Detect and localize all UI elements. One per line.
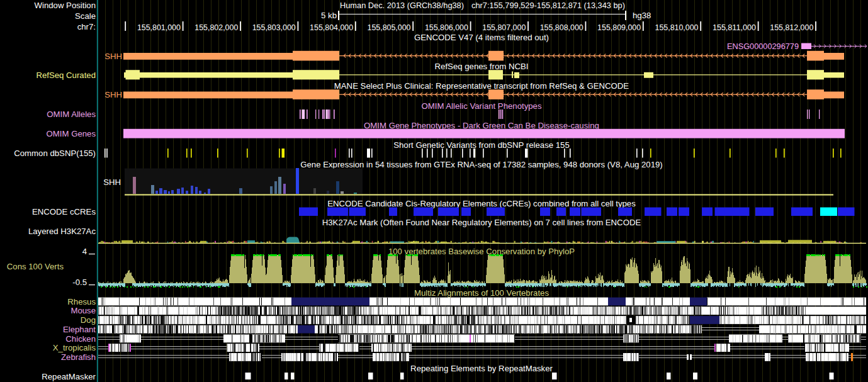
svg-text:RefSeq Curated: RefSeq Curated (36, 70, 96, 80)
svg-text:Chicken: Chicken (65, 334, 96, 344)
svg-text:Cons 100 Verts: Cons 100 Verts (7, 262, 64, 271)
svg-text:SHH: SHH (104, 90, 122, 99)
svg-text:155,812,000: 155,812,000 (770, 23, 813, 32)
svg-text:155,802,000: 155,802,000 (194, 23, 238, 32)
svg-text:155,803,000: 155,803,000 (252, 23, 296, 32)
svg-text:Zebrafish: Zebrafish (61, 352, 96, 362)
svg-text:OMIM Allelic Variant Phenotype: OMIM Allelic Variant Phenotypes (421, 101, 541, 111)
svg-text:ENCODE cCREs: ENCODE cCREs (32, 207, 96, 216)
svg-text:H3K27Ac Mark (Often Found Near: H3K27Ac Mark (Often Found Near Regulator… (322, 218, 641, 227)
svg-text:OMIM Gene Phenotypes - Dark Gr: OMIM Gene Phenotypes - Dark Green Can Be… (364, 121, 599, 130)
svg-text:chr7:: chr7: (77, 22, 96, 31)
svg-text:Gene Expression in 54 tissues: Gene Expression in 54 tissues from GTEx … (300, 160, 662, 169)
svg-text:155,810,000: 155,810,000 (655, 23, 699, 32)
svg-text:OMIM Genes: OMIM Genes (47, 129, 96, 138)
svg-text:SHH: SHH (104, 52, 122, 61)
svg-text:X_tropicalis: X_tropicalis (53, 343, 96, 352)
svg-text:Scale: Scale (75, 11, 96, 21)
svg-text:MANE Select Plus Clinical: Rep: MANE Select Plus Clinical: Representativ… (334, 81, 629, 91)
svg-text:5 kb: 5 kb (321, 11, 337, 20)
svg-text:Repeating Elements by RepeatMa: Repeating Elements by RepeatMasker (410, 364, 553, 373)
svg-text:155,804,000: 155,804,000 (310, 23, 353, 32)
svg-text:Elephant: Elephant (63, 325, 96, 334)
svg-text:Layered H3K27Ac: Layered H3K27Ac (28, 227, 96, 236)
svg-text:hg38: hg38 (633, 11, 651, 20)
svg-text:OMIM Alleles: OMIM Alleles (47, 110, 96, 119)
svg-text:ENSG00000296779: ENSG00000296779 (727, 42, 799, 51)
svg-text:ENCODE Candidate Cis-Regulator: ENCODE Candidate Cis-Regulatory Elements… (327, 199, 636, 208)
svg-text:RepeatMasker: RepeatMasker (42, 372, 96, 381)
svg-text:Window Position: Window Position (35, 1, 96, 10)
svg-text:GENCODE V47 (4 items filtered: GENCODE V47 (4 items filtered out) (414, 33, 549, 42)
svg-text:155,805,000: 155,805,000 (368, 23, 411, 32)
svg-text:4: 4 (82, 247, 87, 256)
svg-text:SHH: SHH (103, 177, 121, 187)
svg-text:155,806,000: 155,806,000 (425, 23, 468, 32)
svg-text:RefSeq genes from NCBI: RefSeq genes from NCBI (435, 62, 529, 71)
svg-text:155,809,000: 155,809,000 (597, 23, 641, 32)
svg-text:155,807,000: 155,807,000 (482, 23, 526, 32)
svg-text:Dog: Dog (81, 315, 96, 325)
svg-text:155,811,000: 155,811,000 (713, 23, 756, 32)
svg-text:Short Genetic Variants from db: Short Genetic Variants from dbSNP releas… (393, 140, 570, 150)
svg-text:155,808,000: 155,808,000 (540, 23, 583, 32)
svg-text:Rhesus: Rhesus (67, 297, 96, 306)
svg-text:Common dbSNP(155): Common dbSNP(155) (14, 149, 96, 158)
svg-text:155,801,000: 155,801,000 (137, 23, 181, 32)
svg-text:Multiz Alignments of 100 Verte: Multiz Alignments of 100 Vertebrates (414, 288, 549, 298)
svg-text:Mouse: Mouse (70, 306, 96, 315)
svg-text:chr7:155,799,529-155,812,871 (: chr7:155,799,529-155,812,871 (13,343 bp) (471, 1, 625, 10)
svg-text:-0.5: -0.5 (72, 278, 87, 287)
svg-text:Human Dec. 2013 (GRCh38/hg38): Human Dec. 2013 (GRCh38/hg38) (340, 1, 464, 10)
